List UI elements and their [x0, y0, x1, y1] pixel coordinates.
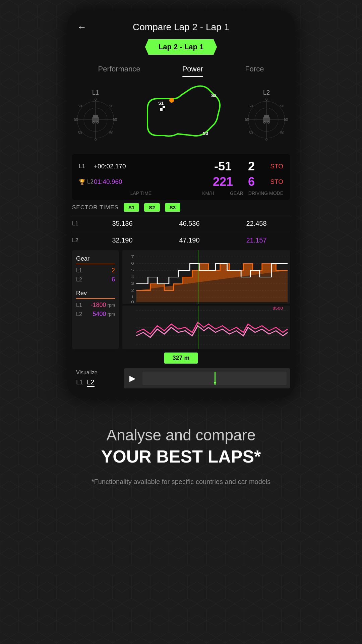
data-row-l2: 🏆 L2 01:40.960 221 6 STO: [79, 175, 283, 189]
gear-chart-svg: 7 6 5 4 3 2 1 0: [122, 250, 290, 304]
viz-lap-l2[interactable]: L2: [87, 378, 94, 387]
bottom-tagline: Analyse and compare YOUR BEST LAPS*: [92, 425, 271, 468]
rev-legend-l2-label: L2: [76, 311, 82, 317]
svg-text:50: 50: [78, 104, 82, 108]
svg-text:7: 7: [131, 255, 134, 259]
svg-text:S3: S3: [203, 131, 208, 136]
gauge-l1: L1 0 0 50 50 50 50: [74, 89, 117, 142]
distance-marker: 327 m: [67, 353, 295, 364]
sector-row-l2: L2 32.190 47.190 21.157: [72, 234, 290, 247]
sector-l1-s3: 22.458: [223, 220, 290, 227]
data-l2-label: 🏆 L2: [79, 178, 90, 185]
visualize-label-area: Visualize L1 L2: [72, 366, 119, 390]
sector-l2-s2: 47.190: [156, 236, 223, 244]
label-kmh: KM/H: [191, 191, 225, 196]
svg-text:5: 5: [131, 268, 134, 272]
sector-s2-badge: S2: [144, 203, 160, 212]
charts-legend: Gear L1 2 L2 6 Rev L1: [72, 250, 119, 349]
tab-force[interactable]: Force: [238, 61, 270, 77]
viz-cursor: [215, 372, 216, 385]
svg-text:50: 50: [113, 117, 117, 121]
rev-chart: 8500: [122, 306, 290, 349]
bottom-footnote: *Functionality available for specific co…: [92, 478, 271, 486]
svg-text:0: 0: [265, 138, 267, 142]
data-l1-time-diff: +00:02.170: [94, 163, 203, 170]
data-l2-speed: 221: [206, 175, 240, 189]
svg-text:6: 6: [131, 261, 134, 265]
gear-legend-l2-label: L2: [76, 277, 82, 283]
svg-text:8500: 8500: [273, 307, 283, 311]
svg-rect-18: [160, 106, 163, 108]
gear-legend-l2-row: L2 6: [76, 276, 115, 283]
visualize-track: ▶: [124, 368, 290, 388]
gear-legend-l2-value: 6: [112, 276, 115, 283]
bottom-section: Analyse and compare YOUR BEST LAPS* *Fun…: [78, 398, 284, 499]
rev-legend-l1-value: -1800: [91, 302, 106, 309]
data-l2-gear: 6: [243, 175, 260, 189]
data-l1-mode: STO: [263, 163, 283, 170]
data-l1-label: L1: [79, 163, 90, 170]
svg-point-38: [267, 121, 269, 123]
sector-s1-badge: S1: [124, 203, 139, 212]
trophy-icon: 🏆: [79, 179, 85, 185]
gear-legend-l1-label: L1: [76, 268, 82, 274]
phone-screen: ← Compare Lap 2 - Lap 1 Lap 2 - Lap 1 Pe…: [67, 10, 295, 398]
viz-lap-l1[interactable]: L1: [76, 378, 83, 387]
svg-text:50: 50: [284, 117, 288, 121]
header: ← Compare Lap 2 - Lap 1: [67, 10, 295, 38]
svg-point-22: [169, 98, 174, 103]
play-button[interactable]: ▶: [126, 372, 139, 385]
visualize-laps: L1 L2: [76, 378, 115, 387]
lap-selector: Lap 2 - Lap 1: [67, 39, 295, 55]
sector-divider: [72, 215, 290, 215]
tab-performance[interactable]: Performance: [92, 61, 147, 77]
svg-text:0: 0: [131, 300, 134, 304]
svg-point-37: [263, 121, 265, 123]
sector-divider-2: [72, 232, 290, 232]
rev-legend-l2-unit: rpm: [108, 312, 115, 317]
svg-text:S2: S2: [211, 93, 217, 98]
svg-text:0: 0: [95, 138, 97, 142]
bottom-cta: YOUR BEST LAPS*: [92, 445, 271, 468]
gauge-l2-svg: 0 0 50 50 50 50 50 50: [245, 98, 288, 142]
back-button[interactable]: ←: [77, 22, 86, 33]
track-map: S1 S2 S3: [117, 82, 245, 149]
svg-text:S1: S1: [158, 101, 164, 106]
distance-value: 327 m: [164, 353, 197, 364]
gear-legend: Gear L1 2 L2 6: [76, 255, 115, 283]
data-l2-time-diff: 01:40.960: [94, 178, 203, 185]
gear-legend-l1-row: L1 2: [76, 267, 115, 274]
svg-text:50: 50: [280, 104, 284, 108]
data-l1-gear: 2: [243, 159, 260, 173]
sector-times-title: SECTOR TIMES: [72, 204, 119, 211]
svg-text:0: 0: [95, 98, 97, 101]
charts-section: Gear L1 2 L2 6 Rev L1: [72, 250, 290, 349]
rev-legend-l2-row: L2 5400 rpm: [76, 311, 115, 318]
gear-legend-title: Gear: [76, 255, 115, 264]
svg-text:2: 2: [131, 288, 134, 292]
svg-rect-36: [264, 115, 269, 118]
sector-l2-s3: 21.157: [223, 236, 290, 244]
data-row-l1: L1 +00:02.170 -51 2 STO: [79, 159, 283, 173]
sector-l1-s1: 35.136: [89, 220, 156, 227]
svg-point-14: [93, 121, 95, 123]
visualize-title: Visualize: [76, 370, 115, 376]
svg-text:50: 50: [78, 131, 82, 135]
sector-row-l1: L1 35.136 46.536 22.458: [72, 217, 290, 230]
rev-legend: Rev L1 -1800 rpm L2 5400: [76, 290, 115, 318]
viz-progress-bar[interactable]: [142, 372, 287, 385]
svg-text:50: 50: [109, 131, 113, 135]
visualize-section: Visualize L1 L2 ▶: [72, 366, 290, 390]
svg-text:50: 50: [249, 104, 253, 108]
rev-legend-title: Rev: [76, 290, 115, 299]
page-title: Compare Lap 2 - Lap 1: [133, 22, 229, 33]
lap-badge[interactable]: Lap 2 - Lap 1: [145, 39, 217, 55]
tab-power[interactable]: Power: [176, 61, 210, 77]
svg-text:50: 50: [245, 117, 249, 121]
gauge-l1-svg: 0 0 50 50 50 50 50 50: [74, 98, 117, 142]
sector-l2-s1: 32.190: [89, 236, 156, 244]
gauge-l2-label: L2: [263, 89, 270, 96]
svg-text:0: 0: [265, 98, 267, 101]
svg-point-15: [97, 121, 99, 123]
phone-frame: ← Compare Lap 2 - Lap 1 Lap 2 - Lap 1 Pe…: [67, 10, 295, 398]
